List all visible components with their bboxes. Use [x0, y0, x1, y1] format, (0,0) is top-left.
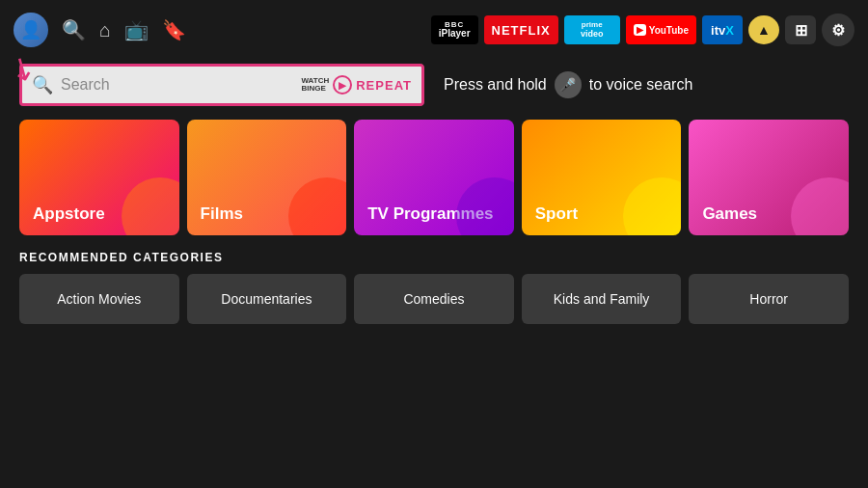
tile-tv-programmes[interactable]: TV Programmes [354, 120, 514, 235]
tile-games-label: Games [702, 204, 757, 224]
home-icon[interactable]: ⌂ [99, 19, 111, 41]
repeat-label: REPEAT [356, 78, 412, 93]
microphone-icon: 🎤 [555, 71, 582, 98]
search-bar-icon: 🔍 [32, 74, 53, 95]
app-shortcuts: BBC iPlayer NETFLIX prime video ▶ YouTub… [431, 14, 854, 46]
settings-button[interactable]: ⚙ [822, 14, 854, 46]
tile-films[interactable]: Films [187, 120, 347, 235]
itvx-button[interactable]: itvX [702, 15, 743, 44]
category-horror[interactable]: Horror [689, 274, 849, 324]
category-documentaries[interactable]: Documentaries [187, 274, 347, 324]
search-bar-wrapper: 🔍 Search WATCHBINGE ▶ REPEAT ↙ [19, 64, 424, 106]
category-comedies[interactable]: Comedies [354, 274, 514, 324]
voice-search-hint: Press and hold 🎤 to voice search [444, 71, 692, 98]
tile-appstore-label: Appstore [33, 204, 105, 224]
tile-appstore[interactable]: Appstore [19, 120, 179, 235]
bbc-iplayer-button[interactable]: BBC iPlayer [431, 15, 478, 44]
starz-button[interactable]: ▲ [748, 15, 779, 44]
category-action-movies[interactable]: Action Movies [19, 274, 179, 324]
search-section: 🔍 Search WATCHBINGE ▶ REPEAT ↙ Press and… [0, 60, 868, 114]
grid-button[interactable]: ⊞ [785, 15, 816, 44]
tiles-grid: Appstore Films TV Programmes Sport Games [19, 120, 849, 235]
tile-films-label: Films [201, 204, 243, 224]
user-avatar[interactable]: 👤 [14, 13, 48, 47]
watch-binge-label: WATCHBINGE [302, 77, 330, 93]
recommended-categories-section: RECOMMENDED CATEGORIES Action Movies Doc… [0, 247, 868, 324]
youtube-button[interactable]: ▶ YouTube [626, 15, 696, 44]
tile-sport[interactable]: Sport [522, 120, 682, 235]
category-tiles-section: Appstore Films TV Programmes Sport Games [0, 114, 868, 247]
search-icon[interactable]: 🔍 [62, 18, 86, 41]
watch-binge-badge: WATCHBINGE ▶ REPEAT [302, 75, 413, 95]
prime-video-button[interactable]: prime video [564, 15, 620, 44]
nav-left-icons: 👤 🔍 ⌂ 📺 🔖 [14, 13, 186, 47]
top-navigation: 👤 🔍 ⌂ 📺 🔖 BBC iPlayer NETFLIX prime vide… [0, 0, 868, 60]
netflix-button[interactable]: NETFLIX [484, 15, 558, 44]
tile-games[interactable]: Games [689, 120, 849, 235]
play-circle-icon: ▶ [333, 75, 352, 95]
search-bar[interactable]: 🔍 Search WATCHBINGE ▶ REPEAT [19, 64, 424, 106]
voice-hint-before: Press and hold [444, 76, 547, 94]
tile-sport-label: Sport [535, 204, 578, 224]
recommended-section-title: RECOMMENDED CATEGORIES [19, 251, 849, 264]
tv-icon[interactable]: 📺 [124, 18, 149, 41]
category-list: Action Movies Documentaries Comedies Kid… [19, 274, 849, 324]
voice-hint-after: to voice search [589, 76, 693, 94]
bookmark-icon[interactable]: 🔖 [162, 18, 186, 41]
category-kids-and-family[interactable]: Kids and Family [522, 274, 682, 324]
search-placeholder: Search [61, 76, 294, 94]
